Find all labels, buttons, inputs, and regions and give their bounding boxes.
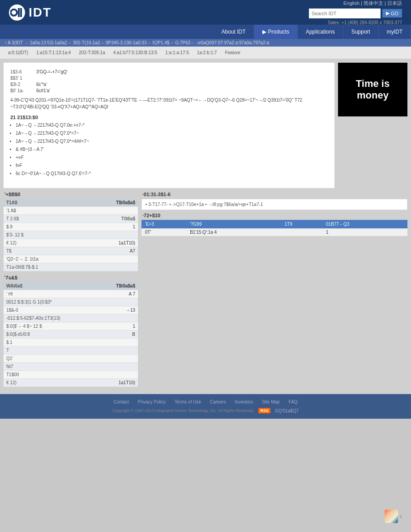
specs-table: T1A$ T$t0a$a$ '1 A$ T 2.6$T0t6a$ $.91 $'…	[4, 199, 138, 271]
footer-copyright: Copyright © 1987-2013 Integrated Device …	[112, 408, 254, 413]
specs-col-1: T1A$	[4, 199, 77, 207]
part-val-3: 6c'*a'	[36, 82, 47, 87]
feature-item-2: 1A~→Q ←2217t43-Q Q7.0*=4##=7~	[16, 138, 328, 145]
sub-nav-item-2[interactable]: 202-T:305:1a	[75, 49, 108, 56]
filter-text: • 3-T17-77- • ->Q17-T10e+1a • →t8:pg:7$6…	[146, 202, 263, 207]
ord-cell-2	[281, 228, 322, 236]
bottom-col-1: WAt6a$	[4, 282, 77, 290]
svg-rect-1	[18, 8, 20, 17]
footer-link-sitemap[interactable]: Site Map	[262, 399, 279, 404]
footer-link-contact[interactable]: Contact	[113, 399, 128, 404]
lang-cn[interactable]: 简体中文	[364, 0, 383, 6]
bottom-section: '7s&$ WAt6a$ T$t0a$a$ ' HlA 7 0012 $:$:3…	[4, 275, 407, 387]
logo-icon	[9, 4, 25, 21]
main-content: 1$3-6 3'GQ-=-+7='gQ' $$3' 1 $3l-2 6c'*a'…	[0, 59, 411, 394]
spec-label: Q1'	[4, 355, 77, 363]
spec-value: B	[77, 330, 138, 339]
spec-value: 1a1T10)	[77, 239, 138, 247]
go-label: GO	[391, 11, 398, 16]
part-row-1: 1$3-6 3'GQ-=-+7='gQ'	[10, 69, 328, 74]
footer-link-careers[interactable]: Careers	[210, 399, 226, 404]
search-area: ▶ GO	[309, 9, 402, 18]
left-panel-header: '+$B$0	[4, 192, 138, 197]
sub-nav-item-3[interactable]: 4:a1:b77:5:130:B:13:5	[110, 49, 161, 56]
spec-value: 1a1T10)	[77, 379, 138, 387]
part-val-1: 3'GQ-=-+7='gQ'	[36, 69, 68, 74]
spec-value: A7	[77, 247, 138, 255]
footer: Contact Privacy Policy Terms of Use Care…	[0, 394, 411, 419]
table-row: $:0($-dU0:8B	[4, 330, 138, 339]
spec-label: 1$&-0	[4, 306, 77, 314]
sub-nav-item-4[interactable]: 1:a:1:a:17:5	[162, 49, 193, 56]
promo-text: Time is money	[356, 78, 390, 102]
sub-nav-item-6[interactable]: Feature	[221, 49, 244, 56]
table-row: $'3- 12 $	[4, 231, 138, 239]
part-label-1: 1$3-6	[10, 69, 33, 74]
product-description: 1$3-6 3'GQ-=-+7='gQ' $$3' 1 $3l-2 6c'*a'…	[4, 63, 334, 188]
spec-value	[77, 355, 138, 363]
part-numbers: 1$3-6 3'GQ-=-+7='gQ' $$3' 1 $3l-2 6c'*a'…	[10, 69, 328, 93]
sub-nav: a:0:1(IDT) 1:a15:T:1:13:1a:4 202-T:305:1…	[0, 47, 411, 59]
main-nav: About IDT ▶ Products Applications Suppor…	[0, 25, 411, 39]
part-row-4: $0' 1a- 6c#1'a'	[10, 88, 328, 93]
ord-cell-1: B1'15:Q':1a 4	[186, 228, 281, 236]
footer-link-faq[interactable]: FAQ	[289, 399, 298, 404]
sub-nav-item-0[interactable]: a:0:1(IDT)	[4, 49, 32, 56]
footer-link-investors[interactable]: Investors	[235, 399, 253, 404]
product-body: 4-99-C'Q'43 Q201-=97Q1e-10'=)171T1Q7- '7…	[10, 97, 328, 110]
ord-col-0: 'E=3	[141, 220, 186, 228]
table-row: 1$&-0→13	[4, 306, 138, 314]
part-row-3: $3l-2 6c'*a'	[10, 82, 328, 87]
footer-rss-label: GQ'01a$Q7	[275, 408, 299, 413]
spec-label: T1$00	[4, 371, 77, 379]
ord-cell-3: 1	[322, 228, 407, 236]
spec-label: ' Hl	[4, 290, 77, 298]
lang-en[interactable]: English	[343, 0, 360, 6]
ord-col-1: '?G99	[186, 220, 281, 228]
specs-table-header: T1A$ T$t0a$a$	[4, 199, 138, 207]
spec-label: $:0($-dU0:8	[4, 330, 77, 339]
spec-value: →13	[77, 306, 138, 314]
spec-value	[77, 347, 138, 355]
language-selector[interactable]: English | 简体中文 | 日本語	[343, 0, 402, 7]
footer-link-terms[interactable]: Terms of Use	[175, 399, 201, 404]
promo-box: Time is money	[338, 63, 407, 188]
spec-label: -012.$:5-62$7-A0s:1T3(13)	[4, 314, 77, 322]
table-row: 0T' B1'15:Q':1a 4 1	[141, 228, 407, 236]
table-row: ' HlA 7	[4, 290, 138, 298]
sub-nav-item-5[interactable]: 1a:2:b:1:7	[193, 49, 220, 56]
table-row: Nt7	[4, 363, 138, 371]
features-list: 1A~→Q ←2217t43-Q Q7.0e:+≡7-^ 1A~→Q ←2217…	[10, 122, 328, 177]
lang-jp[interactable]: 日本語	[387, 0, 402, 6]
table-row: Q1'	[4, 355, 138, 363]
nav-applications[interactable]: Applications	[298, 25, 343, 39]
feature-item-1: 1A~→Q ←2217t43-Q Q7.0*=7~	[16, 130, 328, 137]
ord-col-2: 1T9	[281, 220, 322, 228]
feature-item-4: +≡F	[16, 154, 328, 161]
bottom-col-2: T$t0a$a$	[77, 282, 138, 290]
nav-support[interactable]: Support	[343, 25, 379, 39]
table-row: -012.$:5-62$7-A0s:1T3(13)	[4, 314, 138, 322]
nav-products[interactable]: ▶ Products	[254, 25, 298, 39]
spec-label: $'3- 12 $	[4, 231, 77, 239]
spec-label: € 12)	[4, 379, 77, 387]
footer-link-privacy[interactable]: Privacy Policy	[138, 399, 166, 404]
spec-label: T$	[4, 247, 77, 255]
top-content-row: 1$3-6 3'GQ-=-+7='gQ' $$3' 1 $3l-2 6c'*a'…	[4, 63, 407, 188]
ord-col-3: 01B77←Q3	[322, 220, 407, 228]
rss-badge[interactable]: RSS	[258, 408, 270, 413]
spec-value	[77, 363, 138, 371]
nav-myidt[interactable]: myIDT	[379, 25, 411, 39]
feature-item-5: f≡F	[16, 162, 328, 169]
play-icon: ▶	[386, 10, 390, 16]
bottom-panel-header: '7s&$	[4, 275, 138, 280]
go-button[interactable]: ▶ GO	[382, 9, 402, 17]
spec-label: € 12)	[4, 239, 77, 247]
middle-section-row: '+$B$0 T1A$ T$t0a$a$ '1 A$ T 2.6$T0t6a$ …	[4, 192, 407, 271]
sub-nav-item-1[interactable]: 1:a15:T:1:13:1a:4	[33, 49, 74, 56]
spec-value	[77, 298, 138, 306]
search-input[interactable]	[309, 9, 381, 18]
promo-image: Time is money	[338, 63, 407, 116]
nav-about[interactable]: About IDT	[214, 25, 254, 39]
header-right: English | 简体中文 | 日本語 ▶ GO Sales: +1 (408…	[309, 0, 402, 25]
